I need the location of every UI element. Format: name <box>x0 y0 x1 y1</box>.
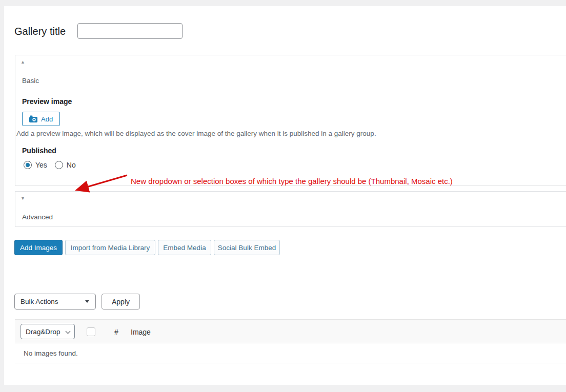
camera-icon <box>29 115 37 122</box>
collapse-down-icon[interactable]: ▼ <box>21 196 25 201</box>
published-yes-label: Yes <box>35 161 47 169</box>
published-radio-group: Yes No <box>24 161 76 169</box>
advanced-panel: ▼ Advanced <box>15 191 566 227</box>
chevron-down-icon <box>66 329 71 334</box>
social-bulk-embed-button[interactable]: Social Bulk Embed <box>214 240 280 255</box>
images-table: Drag&Drop # Image No images found. <box>15 319 566 363</box>
add-preview-image-button[interactable]: Add <box>22 112 60 126</box>
preview-image-description: Add a preview image, which will be displ… <box>16 130 376 137</box>
select-all-checkbox[interactable] <box>87 327 95 336</box>
collapse-up-icon[interactable]: ▲ <box>21 60 25 65</box>
add-button-label: Add <box>41 115 53 123</box>
gallery-title-label: Gallery title <box>14 26 66 37</box>
published-yes-radio[interactable] <box>24 161 32 169</box>
embed-media-button[interactable]: Embed Media <box>158 240 211 255</box>
column-header-image: Image <box>131 328 151 336</box>
basic-panel-label: Basic <box>22 77 39 85</box>
preview-image-heading: Preview image <box>22 97 72 106</box>
select-caret-icon <box>85 300 89 303</box>
column-header-number: # <box>114 328 118 336</box>
annotation-text: New dropdown or selection boxes of which… <box>131 177 453 185</box>
annotation-arrow <box>71 173 132 193</box>
published-no-label: No <box>67 161 76 169</box>
published-no-radio[interactable] <box>55 161 63 169</box>
dragdrop-selected-label: Drag&Drop <box>26 328 60 336</box>
import-from-media-library-button[interactable]: Import from Media Library <box>65 240 155 255</box>
gallery-title-input[interactable] <box>77 23 183 39</box>
bulk-actions-selected-label: Bulk Actions <box>21 298 58 305</box>
dragdrop-select[interactable]: Drag&Drop <box>21 324 75 339</box>
advanced-panel-label: Advanced <box>22 213 53 221</box>
bulk-actions-select[interactable]: Bulk Actions <box>14 294 96 310</box>
content-area: Gallery title ▲ Basic Preview image Add … <box>4 6 566 385</box>
empty-table-message: No images found. <box>15 343 566 363</box>
add-images-button[interactable]: Add Images <box>14 240 63 255</box>
published-heading: Published <box>22 147 56 155</box>
apply-button[interactable]: Apply <box>102 294 140 310</box>
basic-panel: ▲ Basic Preview image Add Add a preview … <box>15 55 566 186</box>
images-table-header: Drag&Drop # Image <box>15 319 566 343</box>
